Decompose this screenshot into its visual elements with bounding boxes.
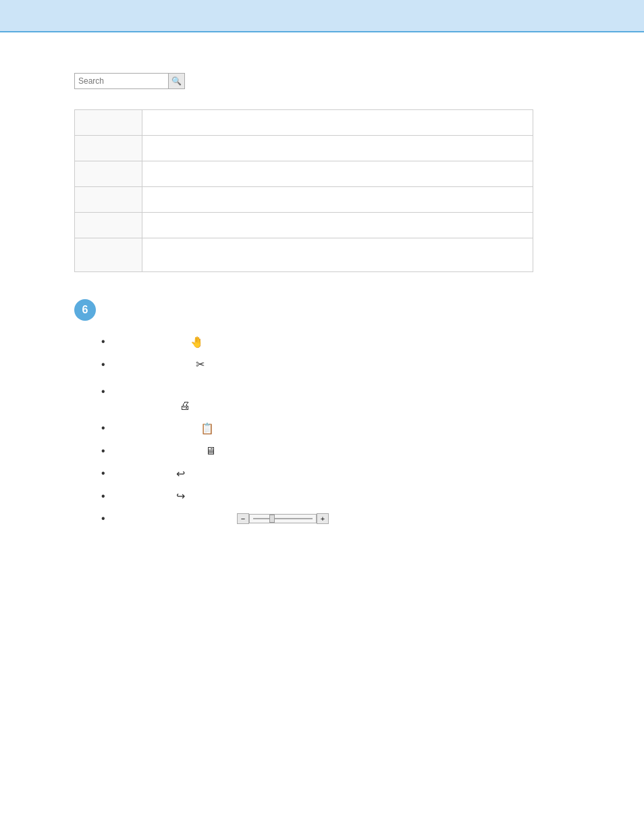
list-item-undo: ↩ (101, 466, 570, 481)
data-table (74, 109, 533, 272)
table-cell-value (142, 187, 533, 213)
table-row (75, 213, 533, 238)
zoom-control-container: − + (237, 513, 329, 524)
section-badge-label: 6 (82, 304, 88, 316)
table-row (75, 238, 533, 272)
list-item-table: 🖨 (101, 382, 570, 411)
section-badge: 6 (74, 299, 96, 321)
list-item-zoom: − + (101, 511, 570, 527)
table-cell-key (75, 238, 142, 272)
table-cell-key (75, 161, 142, 187)
list-item-crop: ✂ (101, 357, 570, 372)
undo-icon: ↩ (176, 469, 185, 479)
list-item-copy: 📋 (101, 421, 570, 436)
zoom-slider-track (253, 518, 313, 519)
list-item-text (112, 511, 232, 527)
main-content: 🔍 (0, 32, 644, 561)
hand-icon: 🤚 (190, 337, 204, 348)
table-cell-key (75, 187, 142, 213)
header-banner (0, 0, 644, 32)
copy-icon: 📋 (200, 423, 214, 434)
table-cell-value (142, 110, 533, 136)
list-item-text (112, 334, 185, 350)
list-item-text (112, 382, 115, 398)
zoom-minus-button[interactable]: − (237, 513, 249, 524)
list-item-text (112, 444, 200, 459)
search-button[interactable]: 🔍 (169, 73, 185, 89)
bullet-list: 🤚 ✂ 🖨 📋 (74, 334, 570, 527)
table-cell-value (142, 238, 533, 272)
table-cell-key (75, 213, 142, 238)
table-cell-value (142, 161, 533, 187)
zoom-plus-icon: + (321, 515, 325, 523)
table-cell-value (142, 136, 533, 161)
table-row (75, 110, 533, 136)
zoom-plus-button[interactable]: + (317, 513, 329, 524)
list-item-text (112, 466, 171, 481)
list-item-preview: 🖥 (101, 444, 570, 459)
table-cell-key (75, 136, 142, 161)
preview-icon: 🖥 (205, 446, 216, 457)
list-item-text (112, 357, 190, 372)
redo-icon: ↪ (176, 491, 185, 502)
table-row (75, 161, 533, 187)
table-row (75, 136, 533, 161)
zoom-slider[interactable] (249, 514, 317, 523)
crop-icon: ✂ (196, 359, 205, 370)
table-row (75, 187, 533, 213)
zoom-slider-thumb[interactable] (269, 515, 275, 523)
table-cell-value (142, 213, 533, 238)
search-area: 🔍 (74, 73, 570, 89)
list-item-redo: ↪ (101, 488, 570, 504)
table-icon: 🖨 (180, 400, 190, 411)
list-item-text (112, 488, 171, 504)
list-item-hand: 🤚 (101, 334, 570, 350)
search-input[interactable] (74, 73, 169, 89)
list-item-text (112, 421, 195, 436)
zoom-minus-icon: − (241, 515, 245, 523)
search-icon: 🔍 (171, 76, 182, 86)
table-cell-key (75, 110, 142, 136)
